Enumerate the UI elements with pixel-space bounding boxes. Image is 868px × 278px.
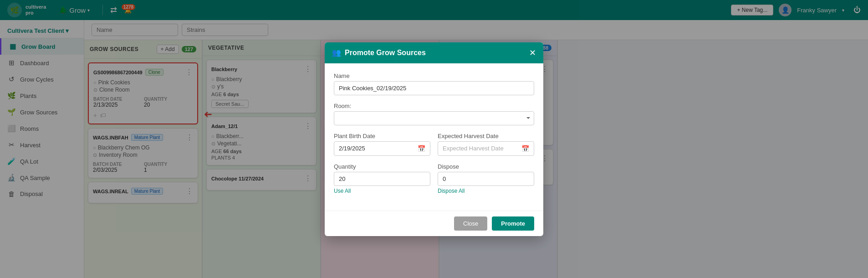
harvest-date-placeholder: Expected Harvest Date [443, 145, 504, 152]
dispose-label: Dispose [438, 163, 534, 170]
modal-overlay: 👥 Promote Grow Sources ✕ Name Room: Pla [0, 0, 868, 278]
name-field-group: Name [334, 72, 534, 95]
close-button[interactable]: Close [454, 216, 487, 231]
harvest-date-group: Expected Harvest Date Expected Harvest D… [438, 133, 534, 156]
modal-footer: Close Promote [325, 211, 543, 236]
dispose-input[interactable] [438, 172, 534, 186]
birth-date-input[interactable]: 2/19/2025 📅 [334, 141, 430, 156]
modal-close-button[interactable]: ✕ [529, 48, 536, 58]
harvest-date-label: Expected Harvest Date [438, 133, 534, 139]
room-field-group: Room: [334, 103, 534, 125]
modal-title-text: Promote Grow Sources [345, 49, 426, 57]
harvest-date-input[interactable]: Expected Harvest Date 📅 [438, 141, 534, 156]
date-row: Plant Birth Date 2/19/2025 📅 Expected Ha… [334, 133, 534, 163]
birth-date-value: 2/19/2025 [339, 145, 365, 152]
quantity-label: Quantity [334, 163, 430, 170]
promote-modal: 👥 Promote Grow Sources ✕ Name Room: Pla [325, 42, 543, 236]
qty-dispose-row: Quantity Use All Dispose Dispose All [334, 163, 534, 201]
name-input[interactable] [334, 81, 534, 95]
modal-title-icon: 👥 [332, 48, 341, 57]
birth-date-group: Plant Birth Date 2/19/2025 📅 [334, 133, 430, 156]
modal-title: 👥 Promote Grow Sources [332, 48, 426, 57]
name-label: Name [334, 72, 534, 79]
dispose-group: Dispose Dispose All [438, 163, 534, 194]
quantity-group: Quantity Use All [334, 163, 430, 194]
use-all-link[interactable]: Use All [334, 188, 430, 194]
calendar-icon[interactable]: 📅 [418, 145, 425, 152]
birth-date-label: Plant Birth Date [334, 133, 430, 139]
promote-button[interactable]: Promote [492, 216, 534, 231]
modal-header: 👥 Promote Grow Sources ✕ [325, 42, 543, 63]
modal-body: Name Room: Plant Birth Date 2/19/2025 📅 [325, 63, 543, 211]
room-label: Room: [334, 103, 534, 109]
dispose-all-link[interactable]: Dispose All [438, 188, 534, 194]
harvest-calendar-icon[interactable]: 📅 [521, 145, 529, 152]
quantity-input[interactable] [334, 172, 430, 186]
room-select[interactable] [334, 111, 534, 125]
